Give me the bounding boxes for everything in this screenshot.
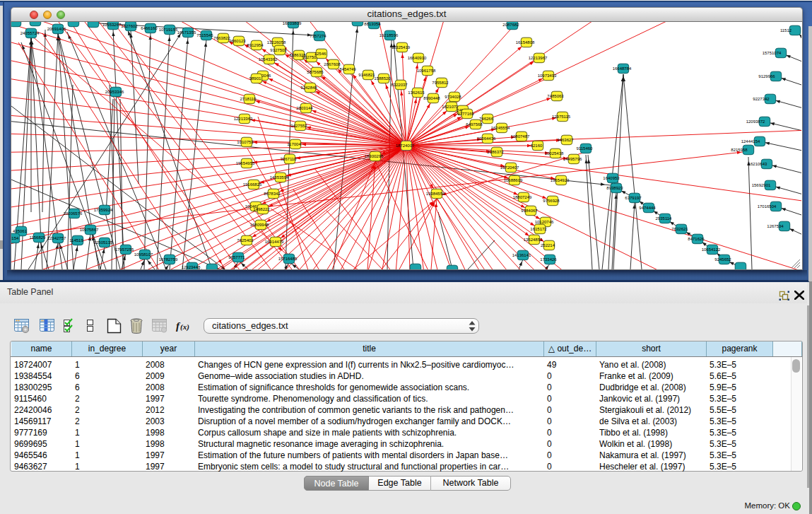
svg-text:10543362: 10543362	[259, 57, 278, 62]
svg-text:16640910: 16640910	[408, 56, 427, 60]
svg-text:7357274: 7357274	[310, 34, 326, 38]
svg-text:7663822: 7663822	[213, 36, 230, 40]
svg-text:16671355: 16671355	[177, 30, 196, 35]
svg-text:16782759: 16782759	[159, 257, 178, 262]
svg-text:14495796: 14495796	[563, 157, 582, 161]
svg-text:13226058: 13226058	[267, 40, 286, 45]
svg-text:20364436: 20364436	[477, 136, 496, 141]
svg-text:435061: 435061	[13, 229, 28, 233]
svg-text:9146821: 9146821	[358, 73, 375, 77]
svg-text:8322037: 8322037	[391, 83, 408, 87]
svg-text:1362615: 1362615	[408, 90, 425, 95]
svg-text:16914479: 16914479	[265, 240, 284, 244]
svg-text:16210643: 16210643	[748, 162, 767, 166]
svg-text:9756928: 9756928	[543, 199, 560, 203]
svg-text:1588520: 1588520	[374, 76, 391, 81]
svg-text:746266: 746266	[479, 117, 494, 121]
svg-text:18807249: 18807249	[513, 195, 532, 199]
svg-text:20691406: 20691406	[47, 27, 66, 31]
svg-text:8813054: 8813054	[364, 22, 381, 26]
svg-text:2935114: 2935114	[656, 216, 673, 221]
svg-text:62160: 62160	[531, 144, 543, 148]
svg-text:18724007: 18724007	[396, 144, 415, 148]
svg-text:10688609: 10688609	[504, 178, 523, 182]
svg-text:11512: 11512	[780, 28, 792, 33]
svg-text:14136141: 14136141	[512, 253, 531, 257]
svg-text:9327503: 9327503	[270, 48, 287, 52]
svg-text:1527602: 1527602	[121, 24, 138, 28]
svg-text:5875685: 5875685	[307, 70, 324, 74]
svg-text:12213363: 12213363	[234, 117, 253, 121]
svg-text:17359924: 17359924	[94, 208, 113, 212]
svg-text:12342757: 12342757	[47, 236, 66, 240]
svg-text:6466160: 6466160	[141, 26, 158, 30]
svg-text:1156829: 1156829	[30, 235, 47, 240]
svg-text:117004: 117004	[287, 142, 301, 146]
svg-text:15692901: 15692901	[752, 183, 771, 187]
svg-text:19166825: 19166825	[243, 182, 262, 187]
svg-text:15751074: 15751074	[763, 51, 782, 55]
svg-text:13524851: 13524851	[524, 238, 543, 242]
svg-text:2718110: 2718110	[240, 97, 257, 101]
svg-text:19218596: 19218596	[379, 33, 399, 37]
svg-text:16033809: 16033809	[283, 22, 302, 25]
svg-text:15720407: 15720407	[500, 165, 519, 170]
svg-text:14353594: 14353594	[270, 175, 289, 180]
svg-text:16809948: 16809948	[250, 223, 269, 227]
svg-text:2867608: 2867608	[324, 62, 341, 66]
svg-text:19384554: 19384554	[426, 192, 445, 196]
svg-text:7625402: 7625402	[237, 238, 254, 243]
svg-text:9384067: 9384067	[521, 209, 538, 213]
svg-text:12213967: 12213967	[529, 56, 548, 60]
svg-text:10120746: 10120746	[535, 220, 554, 224]
svg-text:9115460: 9115460	[577, 146, 594, 151]
svg-text:8215958: 8215958	[731, 148, 748, 152]
svg-text:16648784: 16648784	[613, 66, 632, 71]
svg-text:20206576: 20206576	[64, 211, 83, 216]
svg-text:9463627: 9463627	[557, 138, 574, 142]
svg-text:9129966: 9129966	[758, 74, 775, 78]
svg-text:12546: 12546	[314, 52, 326, 56]
svg-text:11325419: 11325419	[392, 45, 411, 49]
svg-text:10719155: 10719155	[159, 28, 178, 32]
svg-text:10807487: 10807487	[511, 134, 530, 139]
svg-text:98901: 98901	[249, 76, 261, 81]
svg-text:8471626: 8471626	[688, 237, 705, 241]
svg-text:39154: 39154	[11, 236, 19, 240]
svg-text:10973493: 10973493	[538, 74, 557, 78]
svg-text:1640953: 1640953	[603, 176, 620, 180]
svg-text:8912954: 8912954	[247, 43, 264, 47]
svg-text:15716485: 15716485	[278, 257, 298, 261]
svg-text:10961758: 10961758	[417, 69, 436, 73]
svg-text:20953346: 20953346	[105, 90, 124, 94]
svg-text:8938923: 8938923	[606, 186, 623, 190]
svg-text:9227342: 9227342	[753, 97, 770, 101]
svg-text:10654122: 10654122	[702, 247, 721, 252]
svg-text:19654955: 19654955	[236, 161, 255, 165]
svg-text:1498222: 1498222	[253, 207, 270, 211]
svg-text:10553267: 10553267	[102, 23, 122, 27]
svg-text:17957255: 17957255	[115, 247, 134, 252]
svg-text:252214: 252214	[541, 243, 555, 247]
svg-text:9427552: 9427552	[290, 124, 307, 128]
svg-text:9245652: 9245652	[714, 257, 731, 262]
svg-text:12505135: 12505135	[94, 240, 113, 245]
svg-text:19654923: 19654923	[551, 178, 570, 182]
svg-text:1010753: 1010753	[237, 140, 254, 144]
svg-text:2087682: 2087682	[502, 23, 519, 27]
svg-text:10958107: 10958107	[134, 252, 153, 257]
svg-text:8678342: 8678342	[264, 192, 281, 196]
svg-text:7632621: 7632621	[671, 227, 688, 231]
svg-text:1733426: 1733426	[540, 257, 557, 262]
svg-text:12444154: 12444154	[741, 139, 760, 144]
svg-text:24055724: 24055724	[20, 31, 40, 35]
svg-text:6379197: 6379197	[625, 196, 642, 200]
svg-text:9474444: 9474444	[639, 206, 656, 210]
svg-text:3267110: 3267110	[281, 157, 298, 161]
svg-text:9660123: 9660123	[229, 39, 246, 43]
svg-text:16154808: 16154808	[516, 40, 535, 45]
svg-text:9657771: 9657771	[228, 255, 245, 259]
svg-text:7515545: 7515545	[196, 33, 213, 37]
svg-text:17016504: 17016504	[758, 204, 777, 209]
svg-text:12975115: 12975115	[552, 115, 571, 119]
